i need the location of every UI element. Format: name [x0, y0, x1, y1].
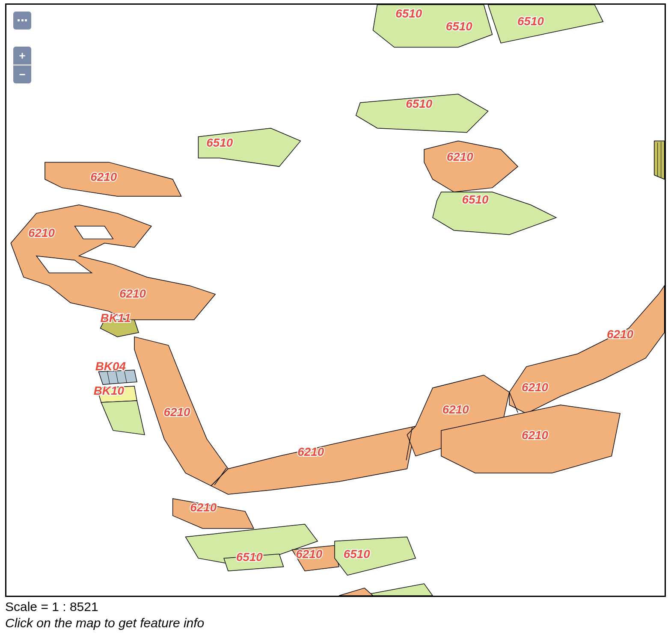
feature-label: BK10 — [94, 384, 125, 397]
feature-label: 6210 — [190, 501, 217, 514]
feature-label: 6510 — [395, 7, 422, 20]
feature-label: 6510 — [236, 550, 263, 564]
feature-polygon[interactable] — [488, 5, 603, 43]
zoom-controls: + − — [13, 47, 31, 83]
feature-label: 6210 — [164, 405, 190, 419]
feature-polygon[interactable] — [101, 401, 145, 435]
hint-text: Click on the map to get feature info — [5, 616, 204, 630]
feature-label: 6510 — [462, 193, 489, 206]
feature-label: 6210 — [607, 328, 633, 341]
menu-button[interactable] — [13, 12, 31, 30]
map-canvas[interactable]: 6510 6510 6510 6510 6510 6210 6510 6210 … — [6, 5, 665, 596]
feature-polygon[interactable] — [433, 192, 556, 235]
feature-label: 6210 — [522, 428, 548, 442]
feature-polygon[interactable] — [373, 5, 493, 47]
map-viewport[interactable]: + − — [5, 3, 666, 597]
map-controls: + − — [13, 12, 31, 83]
feature-label: 6210 — [447, 150, 473, 163]
feature-polygon[interactable] — [339, 588, 373, 596]
zoom-in-button[interactable]: + — [13, 47, 31, 65]
feature-label: 6510 — [406, 97, 432, 110]
minus-icon: − — [19, 69, 25, 80]
feature-label: 6210 — [119, 287, 146, 300]
feature-label: 6510 — [344, 547, 370, 561]
svg-marker-0 — [654, 141, 665, 180]
feature-label: 6510 — [517, 15, 544, 28]
feature-label: BK11 — [101, 311, 131, 325]
feature-label: 6210 — [522, 381, 548, 394]
feature-label: 6210 — [28, 226, 55, 239]
feature-polygon[interactable] — [11, 205, 215, 320]
feature-label: 6510 — [446, 20, 472, 33]
feature-label: 6210 — [90, 170, 117, 183]
feature-polygon[interactable] — [211, 426, 416, 494]
plus-icon: + — [19, 50, 25, 61]
feature-label: 6210 — [442, 403, 469, 416]
feature-label: 6510 — [206, 136, 233, 149]
scale-readout: Scale = 1 : 8521 — [5, 600, 98, 614]
feature-label: 6210 — [296, 547, 322, 561]
feature-label: BK04 — [95, 360, 126, 373]
feature-label: 6210 — [297, 445, 324, 458]
feature-polygon[interactable] — [654, 141, 665, 180]
zoom-out-button[interactable]: − — [13, 65, 31, 83]
feature-polygon[interactable] — [424, 141, 518, 192]
feature-polygon[interactable] — [509, 286, 664, 414]
more-icon — [18, 19, 27, 22]
